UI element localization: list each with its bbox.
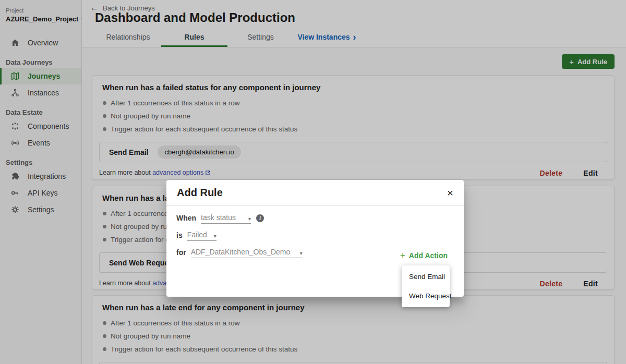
status-select[interactable]: Failed▾ bbox=[187, 230, 216, 241]
close-icon[interactable]: × bbox=[447, 187, 453, 198]
chevron-down-icon: ▾ bbox=[300, 250, 303, 256]
add-action-button[interactable]: + Add Action bbox=[400, 250, 448, 261]
chevron-down-icon: ▾ bbox=[214, 233, 216, 239]
dialog-title: Add Rule bbox=[177, 187, 223, 199]
event-type-select[interactable]: task status▾ bbox=[201, 213, 251, 224]
info-icon[interactable]: i bbox=[256, 214, 264, 222]
when-label: When bbox=[176, 214, 196, 224]
is-label: is bbox=[176, 231, 183, 241]
add-action-menu: Send Email Web Request bbox=[402, 265, 450, 307]
for-label: for bbox=[176, 248, 186, 258]
plus-icon: + bbox=[400, 250, 405, 261]
component-select[interactable]: ADF_DataKitchen_Obs_Demo▾ bbox=[191, 248, 303, 258]
menu-item-web-request[interactable]: Web Request bbox=[402, 286, 450, 306]
menu-item-send-email[interactable]: Send Email bbox=[402, 267, 450, 286]
chevron-down-icon: ▾ bbox=[248, 216, 251, 222]
